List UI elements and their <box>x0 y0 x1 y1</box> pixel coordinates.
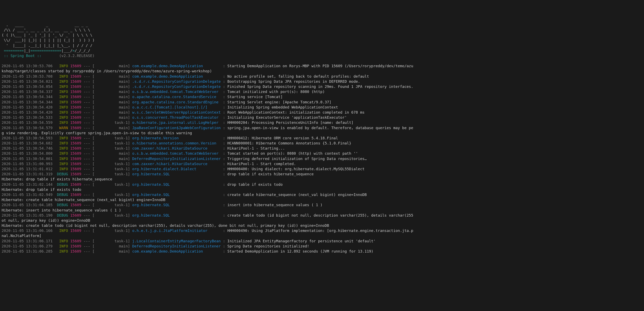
log-message: nal.NoJtaPlatform] <box>2 233 42 238</box>
log-pid: 15609 <box>70 79 81 84</box>
log-timestamp: 2020-11-05 13:30:54.337 <box>2 90 57 94</box>
log-logger: com.zaxxer.hikari.HikariDataSource <box>132 162 220 166</box>
log-message: insert into hibernate_sequence values ( … <box>227 203 322 207</box>
log-logger: o.s.b.w.embedded.tomcat.TomcatWebServer <box>132 90 220 94</box>
log-logger: com.example.demo.DemoApplication <box>132 249 220 253</box>
log-timestamp: 2020-11-05 13:31:02.949 <box>2 192 57 197</box>
log-pid: 15609 <box>70 192 81 197</box>
log-timestamp: 2020-11-05 13:30:54.344 <box>2 100 57 104</box>
log-pid: 15609 <box>70 182 81 187</box>
log-logger: o.apache.catalina.core.StandardService <box>132 95 220 99</box>
log-colon: : <box>221 79 228 84</box>
log-level: INFO <box>57 157 68 161</box>
log-thread: main] <box>94 100 130 104</box>
log-colon: : <box>221 141 228 145</box>
log-level: INFO <box>57 115 68 120</box>
banner-separator: =========|_|==============|___/=/_/_/_/ <box>2 48 642 53</box>
log-separator: --- [ <box>81 136 94 140</box>
log-message: HikariPool-1 - Starting... <box>227 146 285 150</box>
log-colon: : <box>221 239 228 243</box>
log-level: INFO <box>57 249 68 253</box>
log-timestamp: 2020-11-05 13:31:01.012 <box>2 167 57 171</box>
log-colon: : <box>221 167 228 171</box>
log-entry: 2020-11-05 13:30:54.800 INFO 15609 --- [… <box>2 151 642 156</box>
banner-line: \\/ ___)| |_)| | | | | || (_| | ) ) ) ) <box>2 38 642 43</box>
log-entry: 2020-11-05 13:30:54.344 INFO 15609 --- [… <box>2 100 642 105</box>
log-message: Finished Spring Data repository scanning… <box>227 84 413 89</box>
log-logger: .s.d.r.c.RepositoryConfigurationDelegate <box>132 79 220 84</box>
log-thread: main] <box>94 74 130 79</box>
log-timestamp: 2020-11-05 13:30:54.559 <box>2 120 57 125</box>
log-timestamp: 2020-11-05 13:31:02.144 <box>2 182 57 187</box>
log-separator: --- [ <box>81 228 94 233</box>
log-level: WARN <box>57 126 68 130</box>
log-level: INFO <box>57 100 68 104</box>
log-logger: org.hibernate.SQL <box>132 182 220 187</box>
log-logger: j.LocalContainerEntityManagerFactoryBean <box>132 239 220 243</box>
log-thread: main] <box>94 110 130 114</box>
log-logger: o.s.s.concurrent.ThreadPoolTaskExecutor <box>132 115 220 120</box>
log-entry: 2020-11-05 13:31:06.279 INFO 15609 --- [… <box>2 243 642 249</box>
log-logger: JpaBaseConfiguration$JpaWebConfiguration <box>132 126 220 130</box>
log-level: INFO <box>57 74 68 79</box>
log-entry: 2020-11-05 13:30:54.746 INFO 15609 --- [… <box>2 146 642 151</box>
log-timestamp: 2020-11-05 13:30:54.420 <box>2 105 57 109</box>
log-logger: com.example.demo.DemoApplication <box>132 74 220 79</box>
log-thread: task-1] <box>94 228 130 233</box>
log-logger: o.a.c.c.C.[Tomcat].[localhost].[/] <box>132 105 220 109</box>
log-colon: : <box>221 110 228 114</box>
log-separator: --- [ <box>81 146 94 150</box>
log-timestamp: 2020-11-05 13:31:06.279 <box>2 244 57 248</box>
log-message: Initialized JPA EntityManagerFactory for… <box>227 239 376 243</box>
log-pid: 15609 <box>70 244 81 248</box>
log-entry: 2020-11-05 13:30:54.337 INFO 15609 --- [… <box>2 89 642 94</box>
log-logger: w.s.c.ServletWebServerApplicationContext <box>132 110 220 114</box>
log-continuation: kshop/target/classes started by rorypred… <box>2 69 642 74</box>
log-separator: --- [ <box>81 74 94 79</box>
log-entry: 2020-11-05 13:30:54.593 INFO 15609 --- [… <box>2 135 642 141</box>
spring-boot-version-line: :: Spring Boot :: (v2.3.2.RELEASE) <box>2 53 642 58</box>
log-pid: 15609 <box>70 141 81 145</box>
log-level: INFO <box>57 146 68 150</box>
log-message: Root WebApplicationContext: initializati… <box>227 110 364 114</box>
log-timestamp: 2020-11-05 13:30:54.593 <box>2 136 57 140</box>
log-separator: --- [ <box>81 141 94 145</box>
log-message: HHH000204: Processing PersistenceUnitInf… <box>227 120 354 125</box>
log-timestamp: 2020-11-05 13:30:54.021 <box>2 79 57 84</box>
log-level: INFO <box>57 162 68 166</box>
log-colon: : <box>221 157 228 161</box>
log-continuation: Hibernate: create table todo (id bigint … <box>2 223 642 228</box>
banner-line: /\\ / ___'_ __ _ _(_)_ __ __ _ \ \ \ \ <box>2 27 642 33</box>
log-pid: 15609 <box>70 172 81 176</box>
log-pid: 15609 <box>70 162 81 166</box>
log-thread: main] <box>94 64 130 68</box>
spring-boot-version: (v2.3.2.RELEASE) <box>59 54 94 58</box>
log-pid: 15609 <box>70 74 81 79</box>
terminal-output[interactable]: . ____ _ __ _ _ /\\ / ___'_ __ _ _(_)_ _… <box>2 22 642 254</box>
log-thread: task-1] <box>94 213 130 217</box>
log-level: INFO <box>57 167 68 171</box>
log-entry: 2020-11-05 13:31:06.285 INFO 15609 --- [… <box>2 249 642 254</box>
log-thread: main] <box>94 126 130 130</box>
log-thread: task-1] <box>94 120 130 125</box>
log-entry: 2020-11-05 13:30:53.708 INFO 15609 --- [… <box>2 74 642 79</box>
log-separator: --- [ <box>81 239 94 243</box>
log-message: Initializing Spring embedded WebApplicat… <box>227 105 338 109</box>
log-level: INFO <box>57 244 68 248</box>
log-level: INFO <box>57 95 68 99</box>
log-message: HHH000400: Using dialect: org.hibernate.… <box>227 167 364 171</box>
log-level: DEBUG <box>57 203 68 207</box>
log-level: INFO <box>57 136 68 140</box>
log-entry: 2020-11-05 13:30:54.021 INFO 15609 --- [… <box>2 79 642 84</box>
log-pid: 15609 <box>70 228 81 233</box>
log-logger: org.hibernate.SQL <box>132 192 220 197</box>
log-logger: .s.d.r.c.RepositoryConfigurationDelegate <box>132 84 220 89</box>
log-pid: 15609 <box>70 105 81 109</box>
log-level: INFO <box>57 228 68 233</box>
log-level: INFO <box>57 105 68 109</box>
log-pid: 15609 <box>70 151 81 156</box>
log-logger: org.hibernate.dialect.Dialect <box>132 167 220 171</box>
log-message: ot null, primary key (id)) engine=InnoDB <box>2 218 90 222</box>
log-colon: : <box>221 172 228 176</box>
log-message: HCANN000001: Hibernate Commons Annotatio… <box>227 141 351 145</box>
